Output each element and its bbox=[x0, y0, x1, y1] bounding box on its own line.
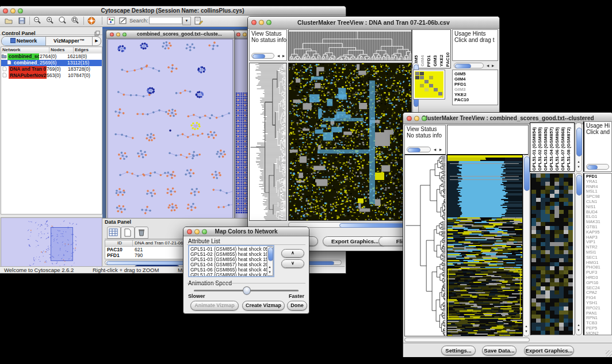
new-attribute-icon[interactable] bbox=[121, 227, 135, 239]
scroll-up-arrow[interactable]: ▲ bbox=[576, 323, 581, 327]
similarity-matrix-canvas[interactable] bbox=[415, 71, 443, 98]
gene-label[interactable]: MON2 bbox=[586, 331, 611, 335]
network-window-titlebar[interactable]: combined_scores_good.txt--cluste... bbox=[106, 30, 234, 39]
annotation-icon[interactable] bbox=[118, 16, 128, 25]
col-nodes[interactable]: Nodes bbox=[49, 47, 74, 53]
save-icon[interactable] bbox=[17, 16, 26, 25]
attribute-browser-icon[interactable] bbox=[194, 16, 203, 25]
scrollbar-thumb[interactable] bbox=[339, 223, 405, 228]
treeview-dna-titlebar[interactable]: ClusterMaker TreeView : DNA and Tran 07-… bbox=[248, 17, 499, 29]
view-status-hscrollbar[interactable] bbox=[251, 53, 274, 59]
network-row-rnapuber[interactable]: RNAPuberNov2+ 563(0) 107847(0) bbox=[1, 72, 102, 79]
close-button[interactable] bbox=[3, 8, 8, 13]
zoom-selected-icon[interactable] bbox=[71, 16, 80, 25]
settings-button[interactable]: Settings... bbox=[441, 346, 476, 355]
close-button[interactable] bbox=[187, 229, 192, 234]
scroll-left-arrow[interactable]: ◀ bbox=[433, 148, 437, 152]
scroll-up-arrow[interactable]: ▲ bbox=[524, 324, 529, 328]
minimize-button[interactable] bbox=[194, 229, 200, 234]
scroll-left-arrow[interactable]: ◀ bbox=[276, 54, 281, 58]
main-titlebar[interactable]: Cytoscape Desktop (Session Name: collins… bbox=[0, 6, 346, 16]
scroll-down-arrow[interactable]: ▼ bbox=[524, 329, 529, 334]
gene-label[interactable]: PAC10 bbox=[454, 97, 498, 102]
network-view-canvas[interactable] bbox=[108, 40, 232, 218]
zoom-button[interactable] bbox=[422, 116, 427, 121]
gene-label[interactable]: GIM5 bbox=[454, 71, 498, 76]
network-window-clustered[interactable]: combined_scores_good.txt--cluste... bbox=[106, 30, 235, 221]
col-edges[interactable]: Edges bbox=[74, 47, 102, 53]
scrollbar-thumb[interactable] bbox=[587, 165, 598, 170]
zoom-fit-icon[interactable] bbox=[58, 16, 67, 25]
col-id[interactable]: ID bbox=[105, 240, 133, 246]
zoom-button[interactable] bbox=[123, 32, 127, 36]
zoom-in-icon[interactable] bbox=[45, 16, 55, 25]
zoom-heatmap-canvas[interactable] bbox=[531, 174, 573, 335]
scrollbar-thumb[interactable] bbox=[455, 64, 471, 68]
help-lifering-icon[interactable] bbox=[87, 16, 96, 25]
scrollbar-thumb[interactable] bbox=[524, 156, 530, 191]
minimize-button[interactable] bbox=[10, 8, 16, 13]
gene-label[interactable]: PFD1 bbox=[454, 82, 498, 87]
minimize-button[interactable] bbox=[414, 116, 419, 121]
scroll-down-arrow[interactable]: ▼ bbox=[576, 328, 581, 332]
view-status-hscrollbar[interactable] bbox=[407, 147, 431, 152]
scroll-up-arrow[interactable]: ▲ bbox=[576, 160, 581, 164]
column-dendrogram-panel[interactable] bbox=[447, 125, 529, 155]
move-up-button[interactable]: ∧ bbox=[281, 249, 304, 258]
gene-label[interactable]: YKE2 bbox=[454, 92, 498, 97]
zoom-out-icon[interactable] bbox=[33, 16, 42, 25]
scroll-right-arrow[interactable]: ▶ bbox=[491, 64, 495, 68]
network-row-combined-scores[interactable]: combined_scores 2764(0) 16218(0) bbox=[1, 53, 102, 60]
network-row-dna-tran[interactable]: DNA and Tran 07 769(0) 183728(0) bbox=[1, 66, 102, 72]
scroll-down-arrow[interactable]: ▼ bbox=[576, 165, 581, 169]
close-button[interactable] bbox=[407, 116, 412, 121]
animate-vizmap-button[interactable]: Animate Vizmap bbox=[190, 301, 239, 311]
row-dendrogram-panel[interactable] bbox=[404, 155, 447, 336]
scroll-right-arrow[interactable]: ▶ bbox=[438, 148, 443, 152]
zoom-button[interactable] bbox=[202, 229, 207, 234]
open-file-icon[interactable] bbox=[4, 16, 13, 25]
minimize-button[interactable] bbox=[116, 32, 120, 36]
search-dropdown-button[interactable]: ▼ bbox=[182, 17, 191, 25]
col-network[interactable]: Network bbox=[1, 47, 49, 53]
row-dendrogram-panel[interactable] bbox=[249, 63, 287, 221]
scroll-right-arrow[interactable]: ▶ bbox=[281, 54, 286, 58]
network-view-icon[interactable] bbox=[106, 16, 116, 25]
done-button[interactable]: Done bbox=[287, 301, 307, 311]
close-button[interactable] bbox=[236, 32, 240, 36]
attribute-item[interactable]: GPL51-07 (GSM868) heat shock 60 min bbox=[189, 273, 273, 277]
resize-grip[interactable] bbox=[606, 350, 612, 357]
zoom-button[interactable] bbox=[266, 20, 271, 25]
export-graphics-button[interactable]: Export Graphics... bbox=[323, 236, 387, 246]
close-button[interactable] bbox=[251, 20, 257, 25]
scroll-up-arrow[interactable]: ▲ bbox=[267, 265, 272, 269]
scrollbar-thumb[interactable] bbox=[408, 148, 420, 152]
zoom-vscrollbar[interactable]: ▲ ▼ bbox=[575, 173, 582, 335]
usage-hscrollbar[interactable] bbox=[454, 63, 484, 68]
create-vizmap-button[interactable]: Create Vizmap bbox=[242, 301, 285, 311]
global-heatmap-panel[interactable] bbox=[447, 155, 523, 336]
column-labels-vscrollbar[interactable]: ▲ ▼ bbox=[575, 122, 582, 172]
similarity-matrix-panel[interactable] bbox=[413, 70, 445, 99]
row-dendrogram-canvas[interactable] bbox=[250, 63, 286, 220]
attribute-list-vscrollbar[interactable]: ▲ ▼ bbox=[267, 246, 273, 276]
gene-label[interactable]: GIM4 bbox=[454, 76, 498, 82]
network-row-combined-sco-selected[interactable]: combined_sco 2569(6) 13112(15) bbox=[1, 60, 102, 66]
column-dendrogram-panel[interactable] bbox=[288, 29, 412, 61]
tab-network[interactable]: Network bbox=[2, 37, 46, 45]
scrollbar-thumb[interactable] bbox=[576, 175, 582, 196]
heatmap-panel[interactable] bbox=[288, 63, 412, 221]
scroll-left-arrow[interactable]: ◀ bbox=[485, 64, 490, 68]
row-dendrogram-canvas[interactable] bbox=[405, 155, 446, 336]
global-vscrollbar[interactable]: ▲ ▼ bbox=[523, 155, 530, 336]
scrollbar-thumb[interactable] bbox=[268, 247, 273, 261]
column-dendrogram-canvas[interactable] bbox=[289, 30, 411, 60]
move-down-button[interactable]: ∨ bbox=[281, 259, 304, 268]
save-data-button[interactable]: Save Data... bbox=[482, 346, 517, 355]
birdseye-view-canvas[interactable] bbox=[1, 218, 101, 270]
usage-hscrollbar[interactable] bbox=[586, 164, 609, 170]
close-button[interactable] bbox=[110, 32, 114, 36]
minimize-button[interactable] bbox=[259, 20, 264, 25]
global-heatmap-canvas[interactable] bbox=[447, 155, 522, 336]
search-input[interactable] bbox=[149, 17, 182, 24]
